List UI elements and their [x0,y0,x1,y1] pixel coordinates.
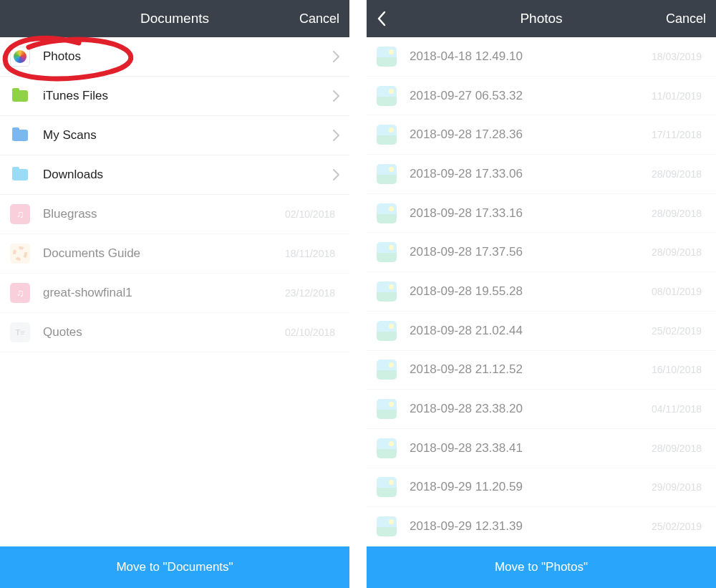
screen-title: Photos [367,11,716,26]
folder-row[interactable]: Photos [0,37,349,77]
image-thumbnail-icon [377,164,397,184]
row-date: 18/03/2019 [652,51,702,62]
file-row: ♫Bluegrass02/10/2018 [0,195,349,234]
photos-panel: Photos Cancel 2018-04-18 12.49.1018/03/2… [367,0,716,588]
photo-list: 2018-04-18 12.49.1018/03/20192018-09-27 … [367,37,716,546]
folder-icon [10,165,30,185]
row-date: 28/09/2018 [652,168,702,180]
photo-row: 2018-09-28 17.33.0628/09/2018 [367,155,716,194]
row-label: iTunes Files [43,89,333,103]
row-label: 2018-09-27 06.53.32 [410,89,652,103]
file-row: T≡Quotes02/10/2018 [0,313,349,352]
image-thumbnail-icon [377,477,397,497]
screen-title: Documents [0,11,349,26]
photo-row: 2018-09-28 23.38.4128/09/2018 [367,429,716,468]
photo-row: 2018-04-18 12.49.1018/03/2019 [367,37,716,77]
row-label: 2018-09-28 17.37.56 [410,245,652,259]
image-thumbnail-icon [377,399,397,419]
row-date: 18/11/2018 [285,248,335,259]
image-thumbnail-icon [377,86,397,106]
cancel-button[interactable]: Cancel [666,11,706,26]
row-date: 04/11/2018 [652,403,702,415]
row-label: 2018-09-29 11.20.59 [410,480,652,494]
row-date: 02/10/2018 [285,208,335,220]
row-label: Photos [43,49,333,64]
image-thumbnail-icon [377,360,397,380]
row-date: 25/02/2019 [652,325,702,337]
row-label: 2018-09-28 23.38.41 [410,441,652,456]
row-label: great-showfinal1 [43,286,285,300]
folder-row[interactable]: My Scans [0,116,349,155]
row-date: 28/09/2018 [652,443,702,454]
row-label: Bluegrass [43,207,285,221]
folder-icon [10,125,30,145]
photo-row: 2018-09-28 21.02.4425/02/2019 [367,312,716,351]
row-label: 2018-09-28 21.12.52 [410,362,652,377]
row-label: 2018-09-28 17.33.16 [410,206,652,221]
cancel-button[interactable]: Cancel [299,11,339,26]
chevron-right-icon [333,130,339,141]
row-date: 29/09/2018 [652,481,702,493]
photo-row: 2018-09-28 17.37.5628/09/2018 [367,233,716,272]
row-date: 08/01/2019 [652,286,702,297]
image-thumbnail-icon [377,281,397,302]
image-thumbnail-icon [377,203,397,223]
file-row: Documents Guide18/11/2018 [0,234,349,274]
header: Documents Cancel [0,0,349,37]
photo-row: 2018-09-28 21.12.5216/10/2018 [367,351,716,390]
row-label: 2018-09-28 19.55.28 [410,284,652,299]
photo-row: 2018-09-28 23.38.2004/11/2018 [367,390,716,429]
photo-row: 2018-09-28 17.28.3617/11/2018 [367,115,716,155]
image-thumbnail-icon [377,516,397,536]
image-thumbnail-icon [377,47,397,67]
row-date: 23/12/2018 [285,287,335,299]
row-label: 2018-09-28 17.28.36 [410,127,652,142]
image-thumbnail-icon [377,242,397,262]
back-button[interactable] [377,11,387,26]
folder-list: PhotosiTunes FilesMy ScansDownloads♫Blue… [0,37,349,546]
row-label: Documents Guide [43,246,285,261]
row-date: 02/10/2018 [285,327,335,338]
folder-icon [10,86,30,106]
chevron-right-icon [333,51,339,62]
move-button[interactable]: Move to "Documents" [0,546,349,588]
row-date: 16/10/2018 [652,364,702,375]
row-label: 2018-04-18 12.49.10 [410,49,652,64]
folder-row[interactable]: iTunes Files [0,77,349,116]
row-label: 2018-09-28 17.33.06 [410,167,652,181]
row-date: 11/01/2019 [652,90,702,102]
header: Photos Cancel [367,0,716,37]
move-button[interactable]: Move to "Photos" [367,546,716,588]
photo-row: 2018-09-29 11.20.5929/09/2018 [367,468,716,508]
photo-row: 2018-09-29 12.31.3925/02/2019 [367,507,716,546]
row-label: Quotes [43,325,285,339]
row-label: 2018-09-28 23.38.20 [410,402,652,416]
image-thumbnail-icon [377,125,397,145]
row-date: 28/09/2018 [652,246,702,258]
chevron-right-icon [333,90,339,102]
photo-row: 2018-09-28 17.33.1628/09/2018 [367,194,716,233]
music-icon: ♫ [10,283,30,303]
photo-row: 2018-09-27 06.53.3211/01/2019 [367,77,716,116]
documents-panel: Documents Cancel PhotosiTunes FilesMy Sc… [0,0,349,588]
svg-point-0 [14,248,26,259]
text-icon: T≡ [10,322,30,342]
photos-icon [10,47,30,67]
file-row: ♫great-showfinal123/12/2018 [0,274,349,313]
row-date: 17/11/2018 [652,129,702,140]
row-label: 2018-09-29 12.31.39 [410,519,652,534]
music-icon: ♫ [10,204,30,224]
row-date: 28/09/2018 [652,208,702,219]
row-label: 2018-09-28 21.02.44 [410,324,652,338]
photo-row: 2018-09-28 19.55.2808/01/2019 [367,272,716,312]
row-label: My Scans [43,128,333,143]
image-thumbnail-icon [377,321,397,341]
lifebuoy-icon [10,244,30,264]
folder-row[interactable]: Downloads [0,155,349,195]
chevron-left-icon [377,11,387,26]
row-label: Downloads [43,168,333,182]
row-date: 25/02/2019 [652,521,702,532]
chevron-right-icon [333,169,339,180]
image-thumbnail-icon [377,438,397,458]
